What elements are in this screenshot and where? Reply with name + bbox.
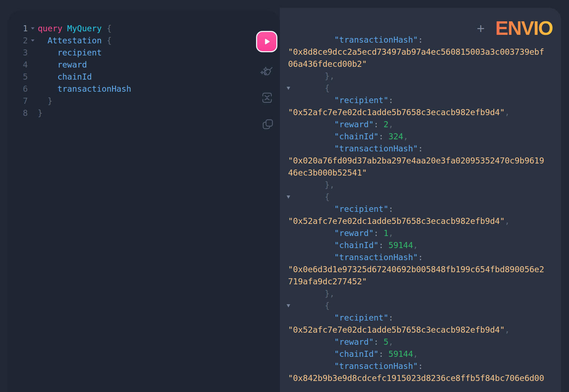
response-line: "chainId": 324, (288, 130, 561, 143)
token-cl: : (388, 313, 393, 322)
token-pn: }, (325, 180, 335, 189)
token-cl: : (418, 35, 423, 44)
response-line: 06a436fdecd00b2" (288, 58, 561, 70)
copy-button[interactable] (261, 118, 274, 131)
editor-line[interactable]: 7 } (8, 95, 280, 107)
editor-lines: 1query MyQuery {2 Attestation {3 recipie… (8, 11, 280, 119)
fold-gutter (28, 71, 38, 83)
fold-arrow-icon[interactable] (287, 195, 290, 199)
token-key: "reward" (334, 229, 374, 238)
editor-code: reward (38, 59, 87, 71)
token-cl: : (379, 349, 389, 359)
editor-line[interactable]: 2 Attestation { (8, 34, 280, 47)
token-key: "chainId" (334, 349, 379, 359)
response-line: }, (288, 288, 561, 300)
response-line: { (288, 300, 561, 312)
token-num: 59144 (388, 241, 413, 250)
response-panel[interactable]: "transactionHash":"0x8d8ce9dcc2a5ecd7349… (280, 8, 561, 392)
editor-line[interactable]: 8} (8, 107, 280, 119)
response-line: 46ec3b000b52541" (288, 167, 561, 179)
editor-code: } (38, 107, 43, 119)
token-cl: : (388, 204, 393, 214)
token-cl: : (374, 337, 384, 347)
add-tab-button[interactable]: + (475, 22, 486, 35)
editor-code: } (38, 95, 53, 107)
response-line: "transactionHash": (288, 251, 561, 263)
token-num: 1 (383, 229, 388, 238)
token-num: 2 (383, 120, 388, 129)
token-field: reward (57, 60, 87, 69)
response-line: "0x52afc7e7e02dc1adde5b7658c3ecacb982efb… (288, 106, 561, 118)
response-lines: "transactionHash":"0x8d8ce9dcc2a5ecd7349… (288, 8, 561, 384)
token-str: "0x842b9b3e9d8cdcefc1915023d8236ce8ffb5f… (288, 374, 544, 383)
token-cl: : (418, 144, 423, 153)
token-pl (62, 24, 67, 33)
token-str: "0x8d8ce9dcc2a5ecd73497ab97a4ec560815003… (288, 47, 544, 57)
envio-logo[interactable]: ENVIO (495, 18, 553, 38)
editor-line[interactable]: 3 recipient (8, 47, 280, 59)
brand-row: + ENVIO (475, 18, 553, 38)
token-cl: : (388, 96, 393, 105)
token-cl: : (418, 253, 423, 262)
response-line: "0x842b9b3e9d8cdcefc1915023d8236ce8ffb5f… (288, 372, 561, 384)
token-pl (38, 60, 57, 69)
token-str: "0x52afc7e7e02dc1adde5b7658c3ecacb982efb… (288, 108, 505, 117)
response-line: 719afa9dc277452" (288, 275, 561, 288)
token-pn: , (505, 216, 510, 226)
line-number: 7 (8, 95, 28, 107)
token-cl: : (379, 241, 389, 250)
editor-code: query MyQuery { (38, 22, 112, 34)
token-field: transactionHash (57, 84, 131, 93)
token-kw: query (38, 24, 62, 33)
fold-arrow-icon[interactable] (28, 34, 38, 47)
editor-line[interactable]: 4 reward (8, 59, 280, 71)
line-number: 5 (8, 71, 28, 83)
token-str: "0x52afc7e7e02dc1adde5b7658c3ecacb982efb… (288, 325, 505, 334)
token-key: "transactionHash" (334, 35, 418, 44)
token-key: "recipient" (334, 313, 388, 322)
token-key: "transactionHash" (334, 361, 418, 371)
prettify-button[interactable] (259, 64, 275, 80)
line-number: 4 (8, 59, 28, 71)
token-str: 46ec3b000b52541" (288, 168, 367, 177)
token-pl (38, 84, 57, 93)
token-pn: { (107, 36, 112, 45)
play-icon (261, 36, 273, 48)
line-number: 1 (8, 22, 28, 34)
token-pn: , (505, 325, 510, 334)
response-line: "transactionHash": (288, 143, 561, 155)
fold-gutter (28, 107, 38, 119)
response-line: "0x52afc7e7e02dc1adde5b7658c3ecacb982efb… (288, 324, 561, 336)
fold-arrow-icon[interactable] (287, 87, 290, 90)
token-pn: , (413, 349, 418, 359)
query-editor-panel[interactable]: 1query MyQuery {2 Attestation {3 recipie… (8, 11, 280, 392)
line-number: 3 (8, 47, 28, 59)
response-line: "transactionHash": (288, 360, 561, 372)
response-line: "0x8d8ce9dcc2a5ecd73497ab97a4ec560815003… (288, 46, 561, 58)
editor-line[interactable]: 6 transactionHash (8, 83, 280, 95)
token-cl: : (418, 361, 423, 371)
editor-code: recipient (38, 47, 102, 59)
token-key: "transactionHash" (334, 144, 418, 153)
response-line: "0x020a76fd09d37ab2ba297e4aa20e3fa020953… (288, 155, 561, 167)
response-line: "recipient": (288, 94, 561, 106)
execute-button[interactable] (256, 31, 277, 52)
editor-line[interactable]: 5 chainId (8, 71, 280, 83)
response-line: { (288, 191, 561, 203)
token-pn: }, (325, 71, 335, 81)
token-pn: , (388, 120, 393, 129)
token-num: 324 (388, 132, 403, 141)
fold-arrow-icon[interactable] (287, 304, 290, 307)
token-pn: { (107, 24, 112, 33)
token-key: "chainId" (334, 241, 379, 250)
fold-arrow-icon[interactable] (28, 22, 38, 34)
response-line: "0x0e6d3d1e97325d67240692b005848fb199c65… (288, 263, 561, 275)
response-line: "reward": 5, (288, 336, 561, 348)
merge-button[interactable] (260, 91, 274, 104)
token-pn: { (325, 301, 330, 310)
token-pl (38, 72, 57, 81)
editor-line[interactable]: 1query MyQuery { (8, 22, 280, 34)
response-line: "0x52afc7e7e02dc1adde5b7658c3ecacb982efb… (288, 215, 561, 227)
merge-fragments-icon (260, 91, 274, 104)
token-pn: { (325, 84, 330, 93)
